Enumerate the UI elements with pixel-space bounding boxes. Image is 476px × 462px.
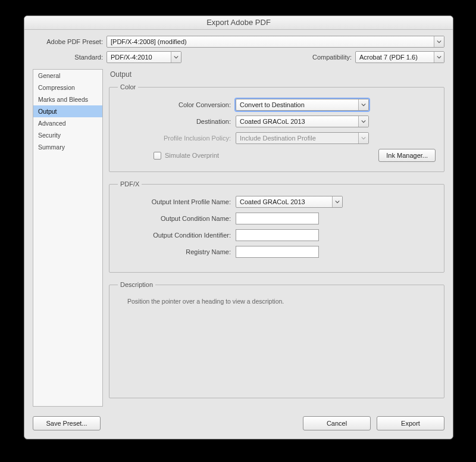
chevron-down-icon <box>171 52 181 63</box>
destination-select[interactable]: Coated GRACoL 2013 <box>236 116 369 127</box>
dialog-footer: Save Preset... Cancel Export <box>24 411 453 439</box>
simulate-overprint-checkbox[interactable] <box>154 152 161 160</box>
profile-policy-select: Include Destination Profile <box>236 132 369 144</box>
destination-value: Coated GRACoL 2013 <box>240 118 305 125</box>
save-preset-button[interactable]: Save Preset... <box>33 416 101 430</box>
description-legend: Description <box>118 281 155 288</box>
description-group: Description Position the pointer over a … <box>109 281 444 398</box>
sidebar-item-marks-and-bleeds[interactable]: Marks and Bleeds <box>33 93 102 105</box>
window-title: Export Adobe PDF <box>24 16 453 30</box>
color-conversion-value: Convert to Destination <box>240 101 305 108</box>
main-panel: Output Color Color Conversion: Convert t… <box>109 69 444 407</box>
window-content: Adobe PDF Preset: [PDF/X-4:2008] (modifi… <box>24 30 453 411</box>
sidebar-item-compression[interactable]: Compression <box>33 82 102 93</box>
compatibility-select-value: Acrobat 7 (PDF 1.6) <box>359 54 418 61</box>
standard-select[interactable]: PDF/X-4:2010 <box>107 51 181 63</box>
preset-select-value: [PDF/X-4:2008] (modified) <box>111 38 187 45</box>
simulate-overprint-label: Simulate Overprint <box>165 152 219 159</box>
output-condition-id-input[interactable] <box>236 229 319 241</box>
output-condition-id-label: Output Condition Identifier: <box>118 232 236 239</box>
output-intent-select[interactable]: Coated GRACoL 2013 <box>236 196 343 208</box>
output-condition-name-label: Output Condition Name: <box>118 215 236 222</box>
body: General Compression Marks and Bleeds Out… <box>33 69 444 407</box>
ink-manager-button[interactable]: Ink Manager... <box>378 149 436 162</box>
compatibility-select[interactable]: Acrobat 7 (PDF 1.6) <box>355 51 444 63</box>
export-pdf-window: Export Adobe PDF Adobe PDF Preset: [PDF/… <box>24 15 453 439</box>
registry-name-input[interactable] <box>236 246 319 258</box>
registry-name-label: Registry Name: <box>118 248 236 255</box>
color-legend: Color <box>118 83 138 90</box>
panel-heading: Output <box>110 70 444 79</box>
chevron-down-icon <box>434 36 444 47</box>
cancel-button[interactable]: Cancel <box>303 416 371 430</box>
simulate-overprint-row: Simulate Overprint <box>154 152 219 160</box>
compatibility-label: Compatibility: <box>312 54 355 61</box>
chevron-down-icon <box>358 99 368 110</box>
preset-label: Adobe PDF Preset: <box>33 38 107 45</box>
sidebar-item-general[interactable]: General <box>33 70 102 82</box>
output-condition-name-input[interactable] <box>236 213 319 224</box>
chevron-down-icon <box>358 133 368 143</box>
sidebar-item-advanced[interactable]: Advanced <box>33 117 102 129</box>
category-sidebar: General Compression Marks and Bleeds Out… <box>33 69 103 407</box>
chevron-down-icon <box>434 52 444 63</box>
output-intent-value: Coated GRACoL 2013 <box>240 198 305 205</box>
color-group: Color Color Conversion: Convert to Desti… <box>109 83 444 172</box>
export-button[interactable]: Export <box>377 416 444 430</box>
sidebar-item-summary[interactable]: Summary <box>33 141 102 153</box>
standard-label: Standard: <box>33 54 107 61</box>
sidebar-item-output[interactable]: Output <box>33 105 102 117</box>
pdfx-group: PDF/X Output Intent Profile Name: Coated… <box>109 180 444 273</box>
chevron-down-icon <box>358 116 368 127</box>
preset-select[interactable]: [PDF/X-4:2008] (modified) <box>107 36 444 48</box>
standard-compat-row: Standard: PDF/X-4:2010 Compatibility: Ac… <box>33 51 444 63</box>
description-text: Position the pointer over a heading to v… <box>118 296 436 324</box>
chevron-down-icon <box>332 196 342 207</box>
destination-label: Destination: <box>118 118 236 125</box>
profile-policy-value: Include Destination Profile <box>240 135 316 142</box>
standard-select-value: PDF/X-4:2010 <box>111 54 152 61</box>
preset-row: Adobe PDF Preset: [PDF/X-4:2008] (modifi… <box>33 36 444 48</box>
pdfx-legend: PDF/X <box>118 180 142 188</box>
output-intent-label: Output Intent Profile Name: <box>118 198 236 205</box>
color-conversion-label: Color Conversion: <box>118 101 236 108</box>
color-conversion-select[interactable]: Convert to Destination <box>236 99 369 111</box>
sidebar-item-security[interactable]: Security <box>33 129 102 141</box>
profile-policy-label: Profile Inclusion Policy: <box>118 135 236 142</box>
